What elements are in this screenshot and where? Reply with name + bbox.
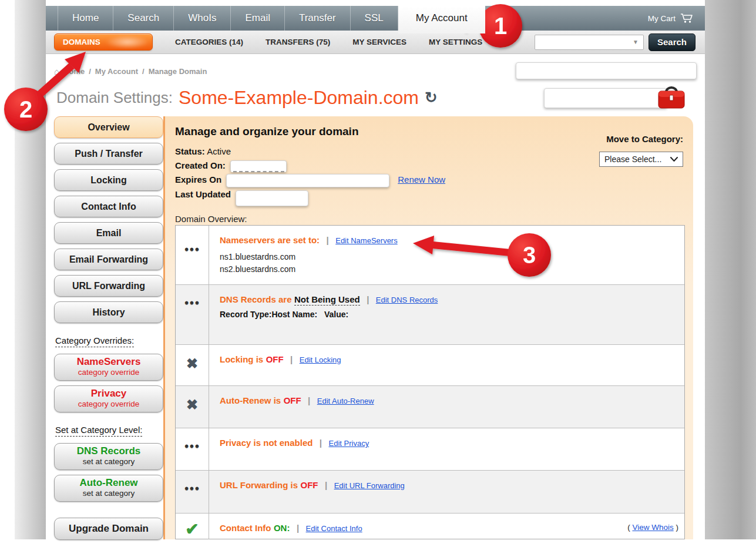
subnav-item-categories[interactable]: CATEGORIES (14) xyxy=(175,38,243,46)
upgrade-domain-button[interactable]: Upgrade Domain xyxy=(54,518,163,540)
renew-now-link[interactable]: Renew Now xyxy=(398,174,445,184)
sidebar-item-overview[interactable]: Overview xyxy=(54,116,163,138)
domain-search-input[interactable]: ▼ xyxy=(535,35,644,50)
domains-button-label: DOMAINS xyxy=(63,38,100,46)
subnav-item-transfers[interactable]: TRANSFERS (75) xyxy=(266,38,330,46)
my-cart-button[interactable]: My Cart xyxy=(648,6,705,31)
edit-auto-renew-link[interactable]: Edit Auto-Renew xyxy=(317,397,374,405)
row-status: OFF xyxy=(301,480,318,490)
page-title-label: Domain Settings: xyxy=(56,89,173,107)
nav-tab-my-account[interactable]: My Account xyxy=(398,6,485,33)
sidebar-item-url-forwarding[interactable]: URL Forwarding xyxy=(54,275,163,297)
screenshot-stage: Home Search WhoIs Email Transfer SSL My … xyxy=(0,0,756,547)
view-whois-link[interactable]: View Whois xyxy=(632,523,673,532)
set-at-category-label: Set at Category Level: xyxy=(55,425,142,437)
sidebar-item-history[interactable]: History xyxy=(54,301,163,323)
ellipsis-icon: ●●● xyxy=(184,484,200,492)
refresh-icon[interactable]: ↻ xyxy=(425,89,438,107)
edit-nameservers-link[interactable]: Edit NameServers xyxy=(335,236,397,245)
cart-icon xyxy=(680,14,694,24)
row-status: Not Being Used xyxy=(294,294,360,306)
nav-tab-ssl[interactable]: SSL xyxy=(351,6,398,31)
sidebar-item-email-forwarding[interactable]: Email Forwarding xyxy=(54,249,163,270)
sidebar-item-nameservers-override[interactable]: NameServers category override xyxy=(54,354,163,381)
x-icon: ✖ xyxy=(186,399,198,411)
sidebar-item-email[interactable]: Email xyxy=(54,222,163,244)
row-content: Contact Info ON: | Edit Contact Info ( V… xyxy=(209,514,684,539)
redaction-smudge xyxy=(106,35,149,49)
nav-tab-transfer[interactable]: Transfer xyxy=(285,6,351,31)
row-title: URL Forwarding is xyxy=(220,480,298,490)
toolbox-icon[interactable] xyxy=(657,83,686,111)
nav-tab-email[interactable]: Email xyxy=(231,6,285,31)
status-value: Active xyxy=(207,146,231,156)
subnav-item-my-services[interactable]: MY SERVICES xyxy=(352,38,406,46)
created-line: Created On: xyxy=(175,159,445,173)
redacted-updated-date xyxy=(236,190,308,206)
row-content: Locking is OFF | Edit Locking xyxy=(209,345,684,385)
nav-tab-home[interactable]: Home xyxy=(58,6,113,31)
status-line: Status: Active xyxy=(175,145,445,159)
ellipsis-icon: ●●● xyxy=(184,298,200,307)
sidebar-item-locking[interactable]: Locking xyxy=(54,169,163,191)
breadcrumb-separator: / xyxy=(142,67,145,76)
edit-privacy-link[interactable]: Edit Privacy xyxy=(329,439,369,448)
sidebar-item-dns-records-category[interactable]: DNS Records set at category xyxy=(54,443,163,470)
edit-url-forwarding-link[interactable]: Edit URL Forwarding xyxy=(334,481,405,490)
nav-tab-search[interactable]: Search xyxy=(113,6,174,31)
row-content: Privacy is not enabled | Edit Privacy xyxy=(209,428,684,470)
domain-overview-label: Domain Overview: xyxy=(175,214,247,224)
nameserver-1: ns1.bluestardns.com xyxy=(220,251,676,263)
table-row-auto-renew: ✖ Auto-Renew is OFF | Edit Auto-Renew xyxy=(176,385,684,428)
row-title: Privacy is not enabled xyxy=(220,438,313,448)
separator: | xyxy=(325,480,327,490)
table-row-dns-records: ●●● DNS Records are Not Being Used | Edi… xyxy=(176,284,684,344)
ellipsis-icon: ●●● xyxy=(184,441,200,450)
edit-dns-records-link[interactable]: Edit DNS Records xyxy=(376,296,438,304)
subnav-domains-button[interactable]: DOMAINS xyxy=(54,33,153,51)
paren-open: ( xyxy=(627,523,630,532)
redacted-box-top xyxy=(516,62,697,79)
sidebar-item-contact-info[interactable]: Contact Info xyxy=(54,196,163,217)
sidebar-item-push-transfer[interactable]: Push / Transfer xyxy=(54,143,163,165)
override-sub: category override xyxy=(55,368,163,377)
updated-line: Last Updated xyxy=(175,187,445,203)
separator: | xyxy=(297,523,299,533)
icon-cell: ●●● xyxy=(176,428,209,470)
breadcrumb-manage-domain: Manage Domain xyxy=(149,67,207,76)
separator: | xyxy=(320,438,322,448)
separator: | xyxy=(290,354,293,364)
window-edge-right xyxy=(705,0,756,539)
icon-cell: ●●● xyxy=(176,285,209,344)
paren-close: ) xyxy=(676,523,679,532)
icon-cell: ✖ xyxy=(176,386,209,428)
row-status: OFF xyxy=(284,395,301,405)
row-title: Nameservers are set to: xyxy=(220,235,320,245)
sidebar-item-privacy-override[interactable]: Privacy category override xyxy=(54,385,163,412)
subnav-search-area: ▼ Search xyxy=(535,33,705,51)
override-title: NameServers xyxy=(55,356,163,368)
breadcrumb-home[interactable]: Home xyxy=(63,67,85,76)
row-title: DNS Records are xyxy=(220,294,292,304)
separator: | xyxy=(308,395,310,405)
category-sub: set at category xyxy=(55,489,163,498)
subnav-item-my-settings[interactable]: MY SETTINGS xyxy=(429,38,482,46)
row-status: OFF xyxy=(266,354,284,364)
category-select[interactable]: Please Select... xyxy=(599,152,683,167)
override-title: Privacy xyxy=(55,388,163,400)
sidebar-item-auto-renew-category[interactable]: Auto-Renew set at category xyxy=(54,475,163,502)
search-button[interactable]: Search xyxy=(649,33,695,51)
breadcrumb-my-account[interactable]: My Account xyxy=(95,67,138,76)
edit-locking-link[interactable]: Edit Locking xyxy=(300,355,341,364)
domain-status-block: Status: Active Created On: Expires OnRen… xyxy=(175,145,445,203)
table-row-locking: ✖ Locking is OFF | Edit Locking xyxy=(176,344,684,385)
nameserver-2: ns2.bluestardns.com xyxy=(220,263,676,276)
edit-contact-info-link[interactable]: Edit Contact Info xyxy=(306,524,362,533)
expires-label: Expires On xyxy=(175,174,221,184)
combo-dropdown-icon[interactable]: ▼ xyxy=(633,39,639,45)
page-title-domain: Some-Example-Domain.com xyxy=(179,87,419,109)
nav-tab-whois[interactable]: WhoIs xyxy=(174,6,231,31)
main-panel: Manage and organize your domain Status: … xyxy=(163,116,693,539)
icon-cell: ✖ xyxy=(176,345,209,385)
category-overrides-label: Category Overrides: xyxy=(55,335,134,347)
